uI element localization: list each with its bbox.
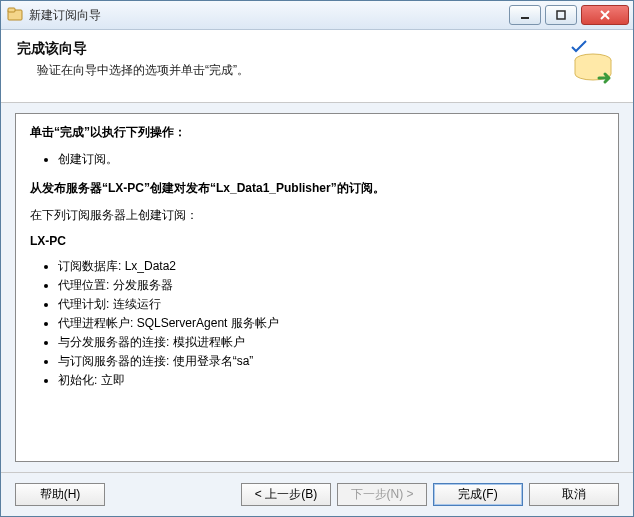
subscriber-name: LX-PC [30, 234, 604, 248]
detail-item: 代理进程帐户: SQLServerAgent 服务帐户 [58, 315, 604, 332]
next-button[interactable]: 下一步(N) > [337, 483, 427, 506]
detail-item: 与订阅服务器的连接: 使用登录名“sa” [58, 353, 604, 370]
detail-item: 订阅数据库: Lx_Data2 [58, 258, 604, 275]
window-controls [509, 5, 629, 25]
back-button[interactable]: < 上一步(B) [241, 483, 331, 506]
detail-item: 初始化: 立即 [58, 372, 604, 389]
content-area: 单击“完成”以执行下列操作： 创建订阅。 从发布服务器“LX-PC”创建对发布“… [1, 103, 633, 472]
on-subscribers-line: 在下列订阅服务器上创建订阅： [30, 207, 604, 224]
detail-item: 代理位置: 分发服务器 [58, 277, 604, 294]
title-bar: 新建订阅向导 [1, 1, 633, 30]
cancel-button[interactable]: 取消 [529, 483, 619, 506]
page-title: 完成该向导 [17, 40, 561, 58]
help-button[interactable]: 帮助(H) [15, 483, 105, 506]
detail-item: 代理计划: 连续运行 [58, 296, 604, 313]
execute-heading: 单击“完成”以执行下列操作： [30, 124, 604, 141]
page-subtitle: 验证在向导中选择的选项并单击“完成”。 [37, 62, 561, 79]
svg-rect-3 [557, 11, 565, 19]
wizard-window: 新建订阅向导 完成该向导 验证在向导中选择的选项并单击“完成”。 [0, 0, 634, 517]
summary-panel[interactable]: 单击“完成”以执行下列操作： 创建订阅。 从发布服务器“LX-PC”创建对发布“… [15, 113, 619, 462]
svg-rect-1 [8, 8, 15, 12]
from-publisher-line: 从发布服务器“LX-PC”创建对发布“Lx_Data1_Publisher”的订… [30, 180, 604, 197]
action-item: 创建订阅。 [58, 151, 604, 168]
finish-button[interactable]: 完成(F) [433, 483, 523, 506]
wizard-icon [569, 40, 617, 88]
close-button[interactable] [581, 5, 629, 25]
detail-item: 与分发服务器的连接: 模拟进程帐户 [58, 334, 604, 351]
window-title: 新建订阅向导 [29, 7, 509, 24]
subscriber-details: 订阅数据库: Lx_Data2 代理位置: 分发服务器 代理计划: 连续运行 代… [30, 258, 604, 389]
app-icon [7, 7, 23, 23]
wizard-header: 完成该向导 验证在向导中选择的选项并单击“完成”。 [1, 30, 633, 103]
maximize-button[interactable] [545, 5, 577, 25]
button-bar: 帮助(H) < 上一步(B) 下一步(N) > 完成(F) 取消 [1, 472, 633, 516]
minimize-button[interactable] [509, 5, 541, 25]
